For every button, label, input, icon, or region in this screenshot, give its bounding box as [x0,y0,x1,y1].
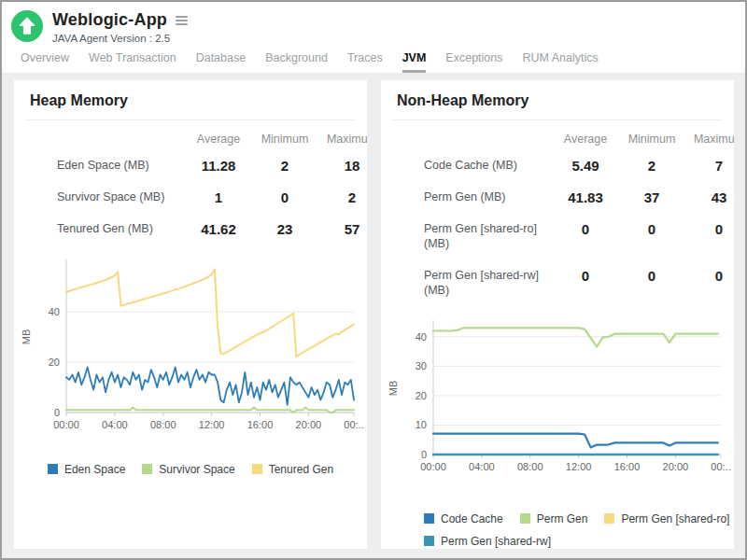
agent-version-label: JAVA Agent Version : 2.5 [52,33,190,44]
legend-item[interactable]: Code Cache [424,512,503,525]
svg-text:40: 40 [416,331,427,343]
svg-text:MB: MB [388,381,399,397]
svg-text:10: 10 [416,419,427,430]
divider [25,119,356,120]
svg-text:12:00: 12:00 [199,419,225,430]
metric-average: 5.49 [553,158,618,174]
svg-text:08:00: 08:00 [150,419,176,430]
svg-text:20:00: 20:00 [296,419,322,430]
metric-maximum: 18 [318,158,367,174]
app-window: Weblogic-App JAVA Agent Version : 2.5 Ov… [0,0,747,560]
non-heap-memory-chart: 01020304000:0004:0008:0012:0016:0020:000… [385,316,732,483]
tab-exceptions[interactable]: Exceptions [445,51,502,73]
metric-average: 41.83 [553,189,618,205]
svg-text:20:00: 20:00 [663,461,689,472]
svg-text:04:00: 04:00 [102,419,128,430]
tab-web-transaction[interactable]: Web Transaction [89,51,176,73]
column-header: Maximum [685,133,734,146]
heap-memory-chart: 0204000:0004:0008:0012:0016:0020:0000:..… [18,256,365,441]
svg-text:40: 40 [49,306,60,317]
svg-text:12:00: 12:00 [566,461,592,472]
svg-text:00:00: 00:00 [420,461,446,472]
legend-label: Perm Gen [537,512,588,525]
legend-label: Perm Gen [shared-rw] [441,535,551,548]
metric-minimum: 23 [251,221,318,237]
legend-label: Eden Space [64,463,125,476]
legend-swatch-icon [424,536,434,546]
metric-maximum: 2 [318,189,367,205]
app-header: Weblogic-App JAVA Agent Version : 2.5 Ov… [2,2,745,73]
metric-maximum: 43 [685,189,734,205]
metric-minimum: 0 [618,221,685,237]
legend-item[interactable]: Perm Gen [shared-ro] [604,512,729,525]
tab-rum-analytics[interactable]: RUM Analytics [523,51,599,73]
metric-average: 11.28 [186,158,251,174]
metric-label: Perm Gen [shared-rw] (MB) [381,268,553,299]
legend-swatch-icon [520,513,530,524]
svg-text:04:00: 04:00 [469,461,495,472]
metric-minimum: 2 [251,158,318,174]
column-header: Average [553,133,618,146]
svg-text:00:..: 00:.. [344,419,363,430]
table-row: Code Cache (MB)5.4927 [381,149,734,181]
metric-label: Eden Space (MB) [14,158,186,173]
svg-text:16:00: 16:00 [614,461,641,472]
svg-text:0: 0 [54,407,60,418]
divider [392,119,723,120]
svg-text:20: 20 [416,390,427,401]
panel-title-heap: Heap Memory [30,92,367,109]
non-heap-memory-panel: Non-Heap Memory AverageMinimumMaximum Co… [381,80,734,549]
tab-database[interactable]: Database [196,51,247,73]
legend-item[interactable]: Eden Space [48,463,125,476]
tab-traces[interactable]: Traces [347,51,383,73]
hamburger-icon[interactable] [174,14,190,27]
app-title: Weblogic-App [52,10,167,30]
metric-maximum: 57 [318,221,367,237]
table-row: Perm Gen [shared-rw] (MB)000 [381,259,734,306]
non-heap-memory-table: AverageMinimumMaximum Code Cache (MB)5.4… [381,126,734,305]
legend-swatch-icon [142,464,152,474]
metric-average: 0 [553,268,618,284]
heap-memory-table: AverageMinimumMaximum Eden Space (MB)11.… [14,126,367,245]
metric-maximum: 7 [685,158,734,174]
metric-maximum: 0 [685,221,734,237]
metric-minimum: 2 [618,158,685,174]
legend-label: Code Cache [441,512,503,525]
heap-memory-panel: Heap Memory AverageMinimumMaximum Eden S… [14,80,367,549]
non-heap-chart-legend: Code CachePerm GenPerm Gen [shared-ro]Pe… [424,512,732,548]
table-row: Perm Gen [shared-ro] (MB)000 [381,213,734,259]
svg-text:MB: MB [21,329,32,345]
legend-item[interactable]: Tenured Gen [252,463,333,476]
column-header: Maximum [318,133,367,146]
tab-background[interactable]: Background [265,51,328,73]
column-header: Minimum [618,133,685,146]
legend-item[interactable]: Survivor Space [142,463,234,476]
metric-minimum: 0 [618,268,685,284]
metric-label: Survivor Space (MB) [14,189,186,204]
tab-overview[interactable]: Overview [21,51,69,73]
column-header: Minimum [251,133,318,146]
metric-label: Tenured Gen (MB) [14,221,186,236]
content-area: Heap Memory AverageMinimumMaximum Eden S… [2,73,745,558]
legend-label: Survivor Space [159,463,234,476]
metric-average: 0 [553,221,618,237]
metric-minimum: 0 [251,189,318,205]
table-row: Eden Space (MB)11.28218 [14,149,367,181]
svg-text:00:..: 00:.. [711,461,730,472]
table-row: Tenured Gen (MB)41.622357 [14,213,367,245]
tab-jvm[interactable]: JVM [402,51,427,73]
heap-chart-legend: Eden SpaceSurvivor SpaceTenured Gen [14,463,367,476]
metric-label: Perm Gen (MB) [381,189,553,204]
panel-title-non-heap: Non-Heap Memory [397,92,734,109]
metric-maximum: 0 [685,268,734,284]
tab-bar: OverviewWeb TransactionDatabaseBackgroun… [11,44,745,74]
svg-text:30: 30 [416,360,427,371]
legend-item[interactable]: Perm Gen [shared-rw] [424,535,551,548]
svg-text:16:00: 16:00 [247,419,274,430]
column-header: Average [186,133,251,146]
legend-item[interactable]: Perm Gen [520,512,588,525]
legend-swatch-icon [48,464,58,474]
svg-text:08:00: 08:00 [517,461,543,472]
legend-swatch-icon [424,513,434,524]
legend-label: Perm Gen [shared-ro] [621,512,729,525]
